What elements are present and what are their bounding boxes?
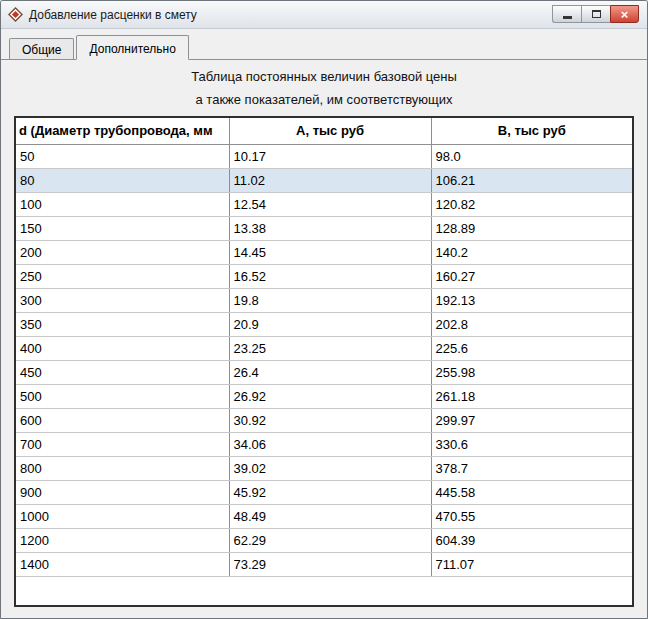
table-cell: 200: [16, 240, 229, 264]
table-row[interactable]: 30019.8192.13: [16, 288, 632, 312]
table-cell: 16.52: [229, 264, 431, 288]
table-cell: 400: [16, 336, 229, 360]
table-header-row: d (Диаметр трубопровода, мм А, тыс руб В…: [16, 118, 632, 144]
table-cell: 800: [16, 456, 229, 480]
table-cell: 445.58: [431, 480, 632, 504]
table-cell: 30.92: [229, 408, 431, 432]
table-cell: 202.8: [431, 312, 632, 336]
table-cell: 12.54: [229, 192, 431, 216]
table-cell: 300: [16, 288, 229, 312]
column-header-a: А, тыс руб: [229, 118, 431, 144]
tab-strip: Общие Дополнительно: [1, 35, 647, 60]
table-cell: 13.38: [229, 216, 431, 240]
close-icon: ×: [621, 8, 629, 21]
table-cell: 192.13: [431, 288, 632, 312]
table-cell: 50: [16, 144, 229, 168]
window-controls: ×: [552, 5, 639, 23]
table-cell: 48.49: [229, 504, 431, 528]
table-row[interactable]: 5010.1798.0: [16, 144, 632, 168]
table-cell: 23.25: [229, 336, 431, 360]
table-row[interactable]: 50026.92261.18: [16, 384, 632, 408]
table-cell: 160.27: [431, 264, 632, 288]
table-cell: 250: [16, 264, 229, 288]
constants-table-container: d (Диаметр трубопровода, мм А, тыс руб В…: [14, 116, 634, 607]
table-cell: 10.17: [229, 144, 431, 168]
table-row[interactable]: 10012.54120.82: [16, 192, 632, 216]
table-cell: 39.02: [229, 456, 431, 480]
table-row[interactable]: 120062.29604.39: [16, 528, 632, 552]
minimize-icon: [563, 16, 572, 19]
column-header-diameter: d (Диаметр трубопровода, мм: [16, 118, 229, 144]
table-cell: 80: [16, 168, 229, 192]
table-cell: 255.98: [431, 360, 632, 384]
constants-table: d (Диаметр трубопровода, мм А, тыс руб В…: [16, 118, 632, 577]
table-row[interactable]: 90045.92445.58: [16, 480, 632, 504]
table-row[interactable]: 45026.4255.98: [16, 360, 632, 384]
table-cell: 150: [16, 216, 229, 240]
table-cell: 120.82: [431, 192, 632, 216]
table-cell: 14.45: [229, 240, 431, 264]
table-row[interactable]: 140073.29711.07: [16, 552, 632, 576]
table-cell: 20.9: [229, 312, 431, 336]
table-row[interactable]: 60030.92299.97: [16, 408, 632, 432]
table-cell: 350: [16, 312, 229, 336]
table-cell: 19.8: [229, 288, 431, 312]
table-row[interactable]: 100048.49470.55: [16, 504, 632, 528]
table-cell: 128.89: [431, 216, 632, 240]
table-cell: 140.2: [431, 240, 632, 264]
table-cell: 106.21: [431, 168, 632, 192]
table-cell: 98.0: [431, 144, 632, 168]
table-cell: 900: [16, 480, 229, 504]
table-cell: 26.4: [229, 360, 431, 384]
table-cell: 470.55: [431, 504, 632, 528]
table-cell: 330.6: [431, 432, 632, 456]
table-cell: 378.7: [431, 456, 632, 480]
table-cell: 261.18: [431, 384, 632, 408]
table-body: 5010.1798.08011.02106.2110012.54120.8215…: [16, 144, 632, 576]
table-cell: 11.02: [229, 168, 431, 192]
table-cell: 604.39: [431, 528, 632, 552]
table-cell: 100: [16, 192, 229, 216]
table-row[interactable]: 15013.38128.89: [16, 216, 632, 240]
table-row[interactable]: 20014.45140.2: [16, 240, 632, 264]
table-cell: 62.29: [229, 528, 431, 552]
close-button[interactable]: ×: [610, 5, 639, 23]
table-cell: 73.29: [229, 552, 431, 576]
table-row[interactable]: 35020.9202.8: [16, 312, 632, 336]
table-row[interactable]: 25016.52160.27: [16, 264, 632, 288]
table-cell: 600: [16, 408, 229, 432]
table-cell: 299.97: [431, 408, 632, 432]
tab-additional[interactable]: Дополнительно: [76, 35, 188, 60]
table-row[interactable]: 40023.25225.6: [16, 336, 632, 360]
table-cell: 34.06: [229, 432, 431, 456]
window-title: Добавление расценки в смету: [29, 8, 197, 22]
table-cell: 700: [16, 432, 229, 456]
maximize-button[interactable]: [581, 5, 610, 23]
table-cell: 1000: [16, 504, 229, 528]
table-description: Таблица постоянных величин базовой цены …: [1, 69, 647, 107]
maximize-icon: [592, 10, 601, 18]
description-line-2: а также показателей, им соответствующих: [1, 92, 647, 107]
table-cell: 1400: [16, 552, 229, 576]
table-cell: 1200: [16, 528, 229, 552]
column-header-b: В, тыс руб: [431, 118, 632, 144]
table-cell: 711.07: [431, 552, 632, 576]
table-cell: 45.92: [229, 480, 431, 504]
table-cell: 26.92: [229, 384, 431, 408]
table-row[interactable]: 70034.06330.6: [16, 432, 632, 456]
table-row[interactable]: 80039.02378.7: [16, 456, 632, 480]
table-row[interactable]: 8011.02106.21: [16, 168, 632, 192]
dialog-window: Добавление расценки в смету × Общие Допо…: [0, 0, 648, 619]
title-bar[interactable]: Добавление расценки в смету ×: [1, 1, 647, 29]
minimize-button[interactable]: [552, 5, 581, 23]
table-cell: 500: [16, 384, 229, 408]
table-cell: 225.6: [431, 336, 632, 360]
table-cell: 450: [16, 360, 229, 384]
tab-general[interactable]: Общие: [9, 38, 74, 59]
app-icon: [8, 7, 23, 22]
description-line-1: Таблица постоянных величин базовой цены: [1, 69, 647, 84]
